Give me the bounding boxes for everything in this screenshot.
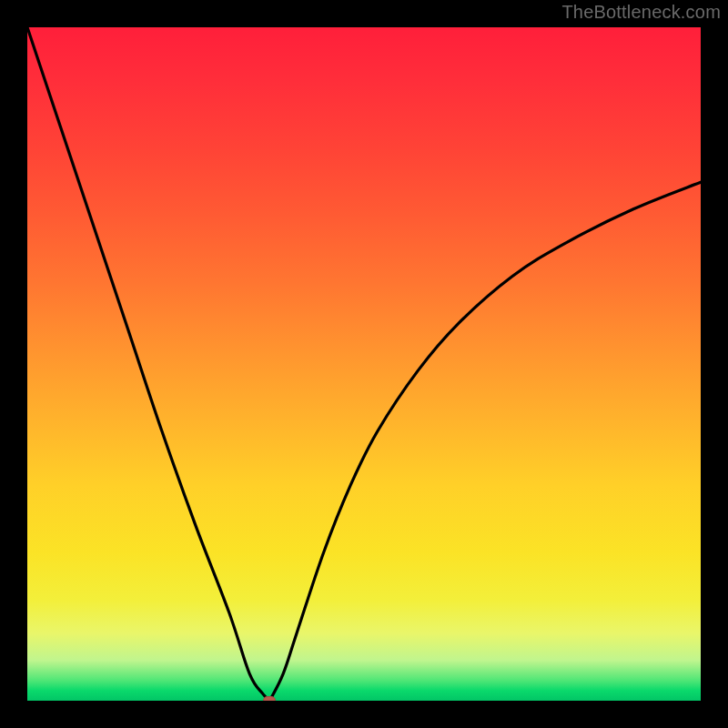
watermark-text: TheBottleneck.com	[561, 2, 721, 23]
minimum-marker	[263, 696, 276, 701]
curve-left-branch	[27, 27, 269, 701]
curve-svg	[27, 27, 701, 701]
plot-area	[27, 27, 701, 701]
chart-frame: TheBottleneck.com	[0, 0, 728, 728]
curve-right-branch	[269, 182, 701, 701]
